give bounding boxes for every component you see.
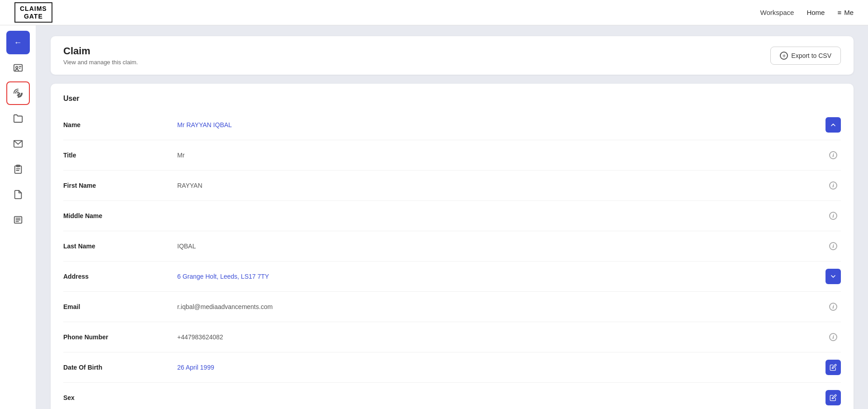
field-label: Address — [63, 262, 172, 292]
field-action: i — [814, 140, 841, 171]
sidebar-item-envelope[interactable] — [6, 132, 30, 156]
table-row: NameMr RAYYAN IQBAL — [63, 110, 841, 140]
field-value: IQBAL — [172, 231, 814, 262]
chevron-up-icon — [830, 121, 837, 128]
field-action: i — [814, 322, 841, 352]
document-icon — [13, 190, 23, 200]
field-label: Name — [63, 110, 172, 140]
field-action — [814, 110, 841, 140]
logo: CLAIMS GATE — [14, 2, 52, 23]
info-button[interactable]: i — [826, 208, 841, 224]
edit-button[interactable] — [826, 360, 841, 375]
sidebar-item-fingerprint[interactable] — [6, 81, 30, 105]
field-value — [172, 383, 814, 409]
table-row: Sex — [63, 383, 841, 409]
page-title: Claim — [63, 45, 138, 57]
table-row: Emailr.iqbal@mediaadvancements.comi — [63, 292, 841, 322]
envelope-icon — [13, 139, 23, 149]
contact-card-icon — [13, 63, 23, 73]
export-label: Export to CSV — [791, 52, 831, 59]
clipboard-icon — [13, 164, 23, 174]
info-icon: i — [829, 212, 837, 220]
field-label: First Name — [63, 171, 172, 201]
field-label: Last Name — [63, 231, 172, 262]
content-area: Claim View and manage this claim. + Expo… — [36, 25, 868, 409]
hamburger-icon: ≡ — [837, 9, 841, 16]
info-button[interactable]: i — [826, 238, 841, 254]
workspace-link[interactable]: Workspace — [760, 9, 794, 16]
field-label: Sex — [63, 383, 172, 409]
field-value: +447983624082 — [172, 322, 814, 352]
folder-icon — [13, 114, 23, 124]
field-value: RAYYAN — [172, 171, 814, 201]
info-icon: i — [829, 333, 837, 341]
field-action — [814, 262, 841, 292]
field-action — [814, 352, 841, 383]
nav-links: Workspace Home ≡ Me — [760, 9, 854, 16]
sidebar-item-document[interactable] — [6, 183, 30, 206]
page-header-card: Claim View and manage this claim. + Expo… — [51, 36, 854, 75]
chevron-down-icon — [830, 273, 837, 280]
table-row: TitleMri — [63, 140, 841, 171]
field-action: i — [814, 201, 841, 231]
export-button[interactable]: + Export to CSV — [770, 47, 841, 65]
page-header-text: Claim View and manage this claim. — [63, 45, 138, 66]
field-label: Date Of Birth — [63, 352, 172, 383]
sidebar-item-list[interactable] — [6, 208, 30, 232]
field-label: Email — [63, 292, 172, 322]
info-button[interactable]: i — [826, 329, 841, 345]
info-button[interactable]: i — [826, 147, 841, 163]
sidebar-item-folder[interactable] — [6, 107, 30, 130]
field-action: i — [814, 231, 841, 262]
info-button[interactable]: i — [826, 178, 841, 193]
sidebar-item-contact[interactable] — [6, 56, 30, 80]
top-navigation: CLAIMS GATE Workspace Home ≡ Me — [0, 0, 868, 25]
field-value: 26 April 1999 — [172, 352, 814, 383]
field-action: i — [814, 171, 841, 201]
field-action: i — [814, 292, 841, 322]
home-link[interactable]: Home — [807, 9, 825, 16]
edit-icon — [830, 394, 837, 401]
table-row: Middle Namei — [63, 201, 841, 231]
field-value — [172, 201, 814, 231]
info-icon: i — [829, 151, 837, 159]
field-action — [814, 383, 841, 409]
list-icon — [13, 215, 23, 225]
field-value: Mr RAYYAN IQBAL — [172, 110, 814, 140]
table-row: Date Of Birth26 April 1999 — [63, 352, 841, 383]
sidebar-item-clipboard[interactable] — [6, 157, 30, 181]
edit-icon — [830, 364, 837, 371]
table-row: Address6 Grange Holt, Leeds, LS17 7TY — [63, 262, 841, 292]
back-button[interactable]: ← — [6, 31, 30, 54]
info-icon: i — [829, 242, 837, 250]
page-subtitle: View and manage this claim. — [63, 59, 138, 66]
section-title: User — [63, 95, 841, 103]
edit-button[interactable] — [826, 390, 841, 405]
field-value: Mr — [172, 140, 814, 171]
me-menu[interactable]: ≡ Me — [837, 9, 854, 16]
chevron-up-button[interactable] — [826, 117, 841, 133]
user-data-card: User NameMr RAYYAN IQBALTitleMriFirst Na… — [51, 84, 854, 409]
me-label: Me — [844, 9, 854, 16]
field-label: Title — [63, 140, 172, 171]
table-row: First NameRAYYANi — [63, 171, 841, 201]
field-value: 6 Grange Holt, Leeds, LS17 7TY — [172, 262, 814, 292]
field-label: Phone Number — [63, 322, 172, 352]
info-icon: i — [829, 303, 837, 311]
back-icon: ← — [14, 38, 22, 48]
user-data-table: NameMr RAYYAN IQBALTitleMriFirst NameRAY… — [63, 110, 841, 409]
table-row: Phone Number+447983624082i — [63, 322, 841, 352]
info-button[interactable]: i — [826, 299, 841, 314]
fingerprint-icon — [13, 88, 23, 98]
sidebar: ← — [0, 25, 36, 409]
chevron-down-button[interactable] — [826, 269, 841, 284]
field-label: Middle Name — [63, 201, 172, 231]
info-icon: i — [829, 181, 837, 190]
field-value: r.iqbal@mediaadvancements.com — [172, 292, 814, 322]
svg-point-1 — [15, 67, 18, 69]
export-icon: + — [780, 52, 788, 60]
table-row: Last NameIQBALi — [63, 231, 841, 262]
